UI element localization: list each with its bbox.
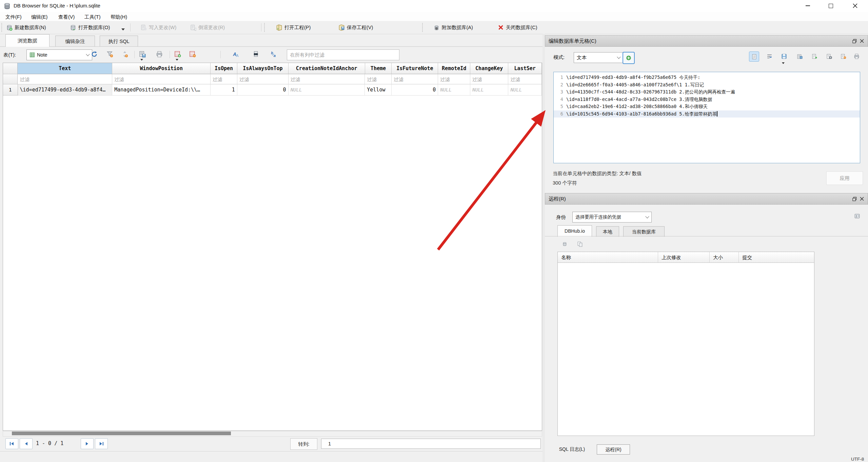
column-header-remoteid[interactable]: RemoteId bbox=[438, 63, 470, 74]
remote-column-name[interactable]: 名称 bbox=[558, 252, 658, 263]
column-header-text[interactable]: Text bbox=[18, 63, 112, 74]
clear-sort-button[interactable] bbox=[121, 50, 129, 58]
dock-tab-sql-log[interactable]: SQL 日志(L) bbox=[552, 444, 592, 454]
close-panel-button[interactable] bbox=[858, 37, 866, 45]
horizontal-scrollbar[interactable] bbox=[3, 431, 542, 437]
close-panel-button[interactable] bbox=[858, 195, 866, 203]
export-cell-button[interactable] bbox=[810, 51, 819, 61]
table-select-combo[interactable]: Note bbox=[26, 49, 92, 60]
cell-text[interactable]: \id=ed717499-edd3-4db9-a8f4… bbox=[18, 84, 113, 96]
edit-cell-button[interactable] bbox=[824, 51, 834, 61]
column-header-isopen[interactable]: IsOpen bbox=[211, 63, 237, 74]
filter-input[interactable]: 过滤 bbox=[392, 74, 438, 84]
dock-splitter[interactable] bbox=[542, 34, 545, 462]
save-project-button[interactable]: 保存工程(V) bbox=[337, 21, 374, 34]
save-table-button[interactable] bbox=[138, 50, 146, 58]
remote-refresh-button[interactable] bbox=[560, 239, 570, 249]
menu-help[interactable]: 帮助(H) bbox=[108, 13, 129, 21]
minimize-button[interactable] bbox=[797, 0, 818, 12]
column-header-creationnoteidanchor[interactable]: CreationNoteIdAnchor bbox=[289, 63, 365, 74]
cell-isopen[interactable]: 1 bbox=[211, 84, 237, 96]
font-settings-button[interactable]: AA bbox=[232, 50, 240, 58]
cell-theme[interactable]: Yellow bbox=[365, 84, 392, 96]
cell-editor[interactable]: 1\id=ed717499-edd3-4db9-a8f4-f9b275a6e67… bbox=[553, 72, 860, 163]
cell-changekey[interactable]: NULL bbox=[470, 84, 508, 96]
identity-combo[interactable]: 选择要用于连接的凭据 bbox=[572, 212, 652, 223]
float-panel-button[interactable] bbox=[851, 195, 858, 203]
close-database-button[interactable]: 关闭数据库(C) bbox=[496, 21, 539, 34]
open-database-button[interactable]: 打开数据库(O) bbox=[68, 21, 111, 34]
maximize-button[interactable] bbox=[820, 0, 842, 12]
menu-tools[interactable]: 工具(T) bbox=[82, 13, 103, 21]
remote-column-commit[interactable]: 提交 bbox=[739, 252, 814, 263]
text-mode-button[interactable] bbox=[749, 51, 759, 62]
filter-input[interactable]: 过滤 bbox=[112, 74, 211, 84]
goto-button[interactable]: 转到: bbox=[290, 438, 317, 450]
encoding-indicator[interactable]: UTF-8 bbox=[851, 457, 864, 462]
corner-header[interactable] bbox=[3, 63, 18, 74]
column-header-lastser[interactable]: LastSer bbox=[508, 63, 542, 74]
cell-remoteid[interactable]: NULL bbox=[438, 84, 470, 96]
filter-input[interactable]: 过滤 bbox=[438, 74, 470, 84]
remote-tab-local[interactable]: 本地 bbox=[596, 226, 619, 237]
save-cell-button[interactable] bbox=[779, 51, 789, 61]
tab-browse-data[interactable]: 浏览数据 bbox=[5, 34, 50, 47]
cell-isalwaysontop[interactable]: 0 bbox=[237, 84, 289, 96]
credentials-button[interactable] bbox=[852, 211, 862, 221]
filter-input[interactable]: 过滤 bbox=[470, 74, 508, 84]
filter-input[interactable]: 过滤 bbox=[211, 74, 237, 84]
dock-tab-remote[interactable]: 远程(R) bbox=[597, 444, 630, 455]
previous-record-button[interactable] bbox=[20, 438, 33, 449]
attach-database-button[interactable]: 附加数据库(A) bbox=[432, 21, 474, 34]
filter-input[interactable]: 过滤 bbox=[289, 74, 365, 84]
clear-filters-button[interactable] bbox=[106, 50, 114, 58]
first-record-button[interactable] bbox=[5, 438, 18, 449]
save-as-button[interactable] bbox=[795, 51, 804, 61]
filter-input[interactable]: 过滤 bbox=[508, 74, 542, 84]
next-record-button[interactable] bbox=[81, 438, 94, 449]
new-database-button[interactable]: 新建数据库(N) bbox=[5, 21, 47, 34]
word-wrap-button[interactable] bbox=[765, 51, 774, 61]
remote-tab-dbhub[interactable]: DBHub.io bbox=[557, 225, 592, 237]
column-header-isalwaysontop[interactable]: IsAlwaysOnTop bbox=[237, 63, 289, 74]
scrollbar-thumb[interactable] bbox=[12, 432, 231, 435]
column-header-windowposition[interactable]: WindowPosition bbox=[112, 63, 211, 74]
write-changes-button[interactable]: 写入更改(W) bbox=[139, 21, 178, 34]
column-header-theme[interactable]: Theme bbox=[365, 63, 392, 74]
menu-file[interactable]: 文件(F) bbox=[3, 13, 24, 21]
goto-input[interactable]: 1 bbox=[321, 439, 541, 449]
set-null-button[interactable] bbox=[839, 51, 848, 61]
column-header-changekey[interactable]: ChangeKey bbox=[470, 63, 508, 74]
last-record-button[interactable] bbox=[95, 438, 108, 449]
filter-input[interactable]: 过滤 bbox=[18, 74, 112, 84]
refresh-button[interactable] bbox=[90, 50, 98, 58]
remote-tab-current-db[interactable]: 当前数据库 bbox=[623, 226, 665, 237]
dropdown-arrow-icon[interactable] bbox=[782, 62, 785, 64]
replace-button[interactable]: ba bbox=[270, 50, 278, 58]
column-header-isfuturenote[interactable]: IsFutureNote bbox=[392, 63, 438, 74]
menu-view[interactable]: 查看(V) bbox=[56, 13, 77, 21]
float-panel-button[interactable] bbox=[851, 37, 858, 45]
filter-all-input[interactable]: 在所有列中过滤 bbox=[287, 49, 399, 60]
cell-lastser[interactable]: NULL bbox=[508, 84, 542, 96]
open-database-dropdown-icon[interactable] bbox=[121, 28, 125, 30]
tab-execute-sql[interactable]: 执行 SQL bbox=[100, 36, 138, 47]
print-button[interactable] bbox=[155, 50, 163, 58]
dropdown-arrow-icon[interactable] bbox=[140, 59, 143, 61]
dropdown-arrow-icon[interactable] bbox=[176, 59, 178, 61]
import-text-button[interactable] bbox=[623, 52, 635, 64]
insert-record-button[interactable] bbox=[174, 50, 182, 58]
remote-column-size[interactable]: 大小 bbox=[710, 252, 739, 263]
find-button[interactable] bbox=[252, 50, 260, 58]
delete-record-button[interactable] bbox=[189, 50, 197, 58]
open-project-button[interactable]: 打开工程(P) bbox=[275, 21, 312, 34]
remote-column-modified[interactable]: 上次修改 bbox=[658, 252, 710, 263]
remote-clone-button[interactable] bbox=[575, 239, 585, 249]
row-number[interactable]: 1 bbox=[3, 84, 18, 96]
print-cell-button[interactable] bbox=[852, 51, 861, 61]
mode-combo[interactable]: 文本 bbox=[574, 52, 623, 63]
revert-changes-button[interactable]: 倒退更改(R) bbox=[189, 21, 226, 34]
tab-edit-pragmas[interactable]: 编辑杂注 bbox=[55, 36, 95, 47]
cell-isfuturenote[interactable]: 0 bbox=[392, 84, 438, 96]
cell-creationnoteidanchor[interactable]: NULL bbox=[289, 84, 365, 96]
